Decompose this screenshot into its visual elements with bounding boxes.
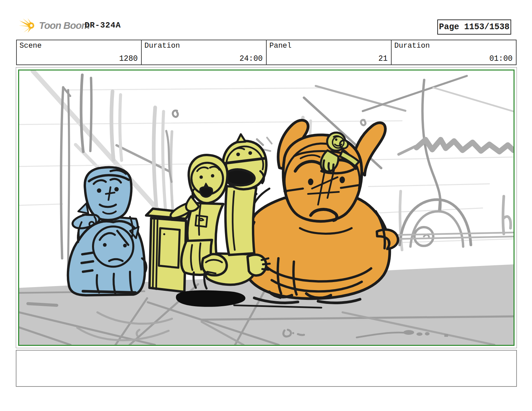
scene-cell: Scene 1280 (17, 40, 141, 64)
document-title: DR-324A (85, 21, 121, 30)
toon-boom-starburst-icon (19, 17, 36, 34)
logo-text: Toon Boom (39, 20, 90, 31)
panel-duration-cell: Duration 01:00 (391, 40, 516, 64)
panel-info-table: Scene 1280 Duration 24:00 Panel 21 Durat… (16, 40, 517, 65)
panel-cell: Panel 21 (266, 40, 391, 64)
panel-value: 21 (378, 54, 388, 63)
panel-duration-label: Duration (394, 42, 430, 50)
caption-notes-box (16, 350, 517, 387)
storyboard-page: { "header": { "logo_text": "Toon Boom", … (0, 0, 532, 411)
scene-value: 1280 (119, 54, 138, 63)
scene-duration-cell: Duration 24:00 (141, 40, 266, 64)
scene-label: Scene (19, 42, 42, 50)
panel-label: Panel (269, 42, 292, 50)
scene-duration-label: Duration (144, 42, 180, 50)
storyboard-panel-drawing (19, 71, 514, 345)
camera-frame-border (18, 70, 515, 346)
storyboard-panel-frame (16, 67, 517, 348)
toon-boom-logo: Toon Boom (19, 17, 90, 34)
scene-duration-value: 24:00 (239, 54, 263, 63)
page-header: Toon Boom DR-324A Page 1153/1538 (0, 0, 532, 40)
page-number-badge: Page 1153/1538 (437, 19, 511, 35)
panel-duration-value: 01:00 (489, 54, 513, 63)
